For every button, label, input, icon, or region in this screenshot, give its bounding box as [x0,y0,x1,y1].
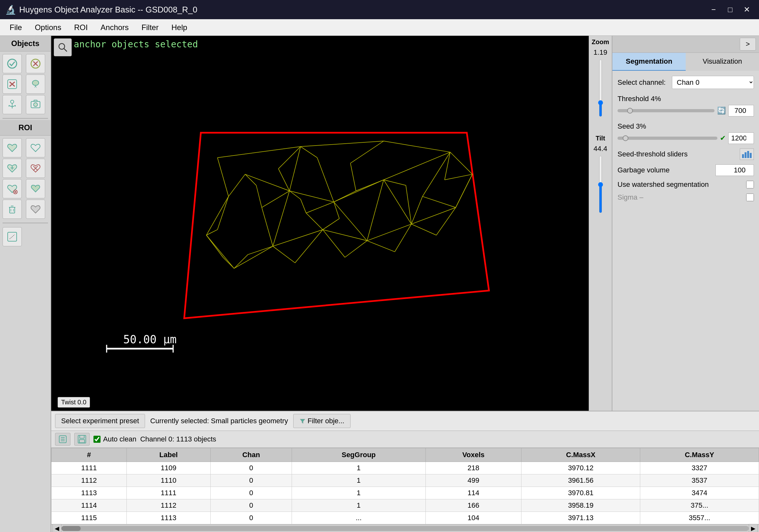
tilt-slider[interactable] [596,156,605,213]
svg-line-81 [223,257,234,268]
svg-line-64 [317,158,334,202]
svg-line-71 [295,230,323,263]
deselect-btn[interactable] [26,54,45,73]
menu-filter[interactable]: Filter [136,20,164,35]
table-toolbar: Auto clean Channel 0: 1113 objects [51,431,759,448]
svg-line-45 [289,191,334,202]
main-layout: Objects ROI [0,36,759,532]
filter-bar: Select experiment preset Currently selec… [51,411,759,431]
table-save-btn[interactable] [74,433,90,446]
twist-label: Twist 0.0 [58,397,90,407]
svg-line-88 [323,218,339,230]
minimize-button[interactable]: − [706,3,721,17]
roi-heart-empty-btn[interactable] [26,138,45,157]
table-row[interactable]: 11131111011143970.813474 [52,487,759,499]
maximize-button[interactable]: □ [723,3,737,17]
garbage-volume-input[interactable]: 100 [715,165,754,176]
watershed-row: Use watershed segmentation [618,180,754,189]
roi-delete-btn[interactable] [26,159,45,178]
auto-clean-checkbox[interactable] [94,436,100,443]
data-table-container[interactable]: # Label Chan SegGroup Voxels C.MassX C.M… [51,448,759,524]
search-icon-btn[interactable] [54,38,72,56]
zoom-slider[interactable] [596,59,605,117]
roi-misc-btn[interactable] [26,200,45,219]
watershed-checkbox[interactable] [746,181,754,188]
roi-select-btn[interactable] [26,179,45,198]
seed-input[interactable]: 1200 [728,133,754,144]
threshold-slider-thumb[interactable] [627,108,633,114]
svg-line-54 [306,202,334,213]
table-cell: 375... [640,499,759,512]
scroll-left-btn[interactable]: ◀ [53,524,61,532]
watershed-label: Use watershed segmentation [618,180,709,189]
sigma-checkbox[interactable] [746,194,754,201]
threshold-refresh-icon[interactable]: 🔄 [717,106,726,115]
anchor-btn[interactable] [3,95,22,114]
svg-line-56 [334,191,356,202]
svg-line-36 [234,246,273,268]
channel-select[interactable]: Chan 0 [672,76,754,89]
nav-forward-btn[interactable]: > [740,38,756,51]
screenshot-btn[interactable] [26,95,45,114]
menu-file[interactable]: File [4,20,28,35]
seed-slider-track[interactable] [618,136,717,140]
table-cell: 3970.12 [521,462,640,475]
seed-section: Seed 3% ✔ 1200 [618,122,754,144]
histogram-btn[interactable] [740,148,754,160]
menu-roi[interactable]: ROI [68,20,94,35]
svg-line-28 [64,49,67,52]
menu-help[interactable]: Help [166,20,193,35]
svg-line-39 [367,224,411,241]
svg-line-26 [10,235,15,239]
roi-add-btn[interactable] [3,159,22,178]
table-cell: 499 [425,475,521,487]
filter-objects-btn[interactable]: Filter obje... [293,414,350,428]
window-title: Huygens Object Analyzer Basic -- GSD008_… [19,5,197,15]
svg-line-63 [300,146,317,158]
neural-network-visualization: 50.00 µm [51,36,589,379]
h-scroll-thumb[interactable] [61,526,81,531]
tab-segmentation[interactable]: Segmentation [612,53,686,71]
roi-heart-btn[interactable] [3,138,22,157]
seed-slider-thumb[interactable] [622,135,628,141]
scroll-right-btn[interactable]: ▶ [749,524,758,532]
threshold-input[interactable]: 700 [728,105,754,116]
misc-btn[interactable] [3,227,22,246]
roi-morph-btn[interactable] [3,179,22,198]
select-all-btn[interactable] [3,54,22,73]
svg-rect-109 [80,436,84,438]
seed-check-icon[interactable]: ✔ [720,134,726,142]
menu-options[interactable]: Options [29,20,67,35]
table-cell: 1112 [127,499,210,512]
svg-line-75 [395,224,411,252]
svg-line-42 [450,152,472,174]
menu-anchors[interactable]: Anchors [95,20,135,35]
svg-line-55 [306,213,323,230]
svg-point-7 [32,80,39,85]
h-scroll-bar[interactable]: ◀ ▶ [51,524,759,532]
close-button[interactable]: ✕ [740,3,754,17]
svg-line-80 [456,191,464,208]
table-cell: 1 [292,462,425,475]
currently-selected-text: Currently selected: Small particles geom… [150,417,288,425]
tab-visualization[interactable]: Visualization [686,53,759,71]
object-filter-btn[interactable] [26,75,45,94]
bottom-area: Select experiment preset Currently selec… [51,411,759,532]
threshold-slider-track[interactable] [618,109,714,112]
roi-trash-btn[interactable] [3,200,22,219]
svg-line-43 [289,146,300,191]
table-row[interactable]: 11121110014993961.563537 [52,475,759,487]
svg-line-37 [273,230,323,246]
svg-line-90 [376,180,384,210]
table-export-btn[interactable] [55,433,70,446]
sigma-label: Sigma – [618,193,643,202]
garbage-volume-label: Garbage volume [618,166,670,174]
object-type-btn[interactable] [3,75,22,94]
preset-select-btn[interactable]: Select experiment preset [55,414,145,428]
col-header-cmassy: C.MassY [640,448,759,462]
h-scroll-track[interactable] [61,526,749,531]
table-row[interactable]: 11111109012183970.123327 [52,462,759,475]
table-row[interactable]: 11141112011663958.19375... [52,499,759,512]
main-viewer[interactable]: No anchor objects selected [51,36,589,411]
table-row[interactable]: 111511130...1043971.133557... [52,512,759,524]
